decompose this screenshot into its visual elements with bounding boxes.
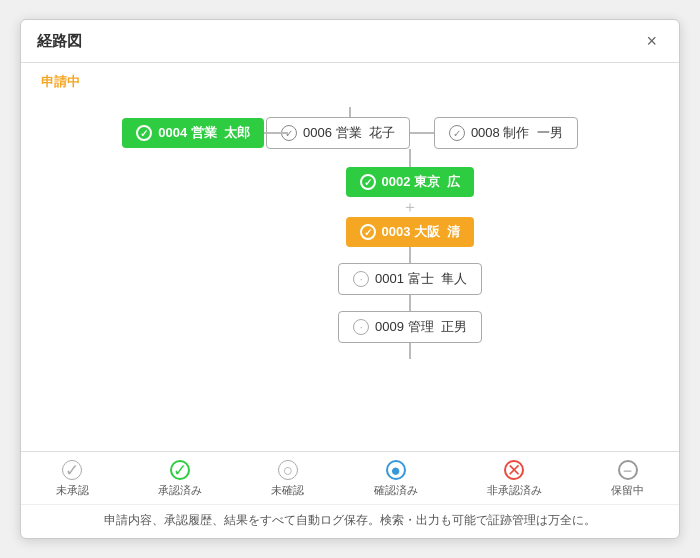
legend-item-approved: ✓ 承認済み [158,460,202,498]
dialog-header: 経路図 × [21,20,679,63]
legend-label-confirmed: 確認済み [374,483,418,498]
rejected-icon: ✕ [504,460,524,480]
node-7-text: 0009 管理 正男 [375,318,467,336]
node-6-row: · 0001 富士 隼人 [338,263,482,295]
node-5-row: ✓ 0003 大阪 清 [346,217,475,247]
node-3-text: 0008 制作 一男 [471,124,563,142]
top-row: ✓ 0004 営業 太郎 ✓ 0006 営業 花子 [122,117,577,149]
dot-icon-7: · [353,319,369,335]
legend-item-pending: － 保留中 [611,460,644,498]
node-4-row: ✓ 0002 東京 広 [346,167,475,197]
legend-label-unconfirmed: 未確認 [271,483,304,498]
check-icon-4: ✓ [360,174,376,190]
connector-plus-1: ＋ [402,199,418,215]
check-icon-1: ✓ [136,125,152,141]
node-1: ✓ 0004 営業 太郎 [122,118,264,148]
status-label: 申請中 [41,73,659,91]
dialog-title: 経路図 [37,32,82,51]
check-icon-5: ✓ [360,224,376,240]
confirmed-icon: ● [386,460,406,480]
node-6-text: 0001 富士 隼人 [375,270,467,288]
check-icon-3: ✓ [449,125,465,141]
legend-item-rejected: ✕ 非承認済み [487,460,542,498]
node-1-text: 0004 営業 太郎 [158,124,250,142]
node-3: ✓ 0008 制作 一男 [434,117,578,149]
legend-label-approved: 承認済み [158,483,202,498]
node-4-text: 0002 東京 広 [382,173,461,191]
footer-text: 申請内容、承認履歴、結果をすべて自動ログ保存。検索・出力も可能で証跡管理は万全に… [21,504,679,538]
dot-icon-6: · [353,271,369,287]
legend-bar: ✓ 未承認 ✓ 承認済み ○ 未確認 ● 確認済み ✕ 非承認済み － 保留中 [21,451,679,504]
unapproved-icon: ✓ [62,460,82,480]
node-7-row: · 0009 管理 正男 [338,311,482,343]
legend-label-rejected: 非承認済み [487,483,542,498]
legend-item-unconfirmed: ○ 未確認 [271,460,304,498]
node-5-text: 0003 大阪 清 [382,223,461,241]
unconfirmed-icon: ○ [278,460,298,480]
pending-icon: － [618,460,638,480]
legend-label-unapproved: 未承認 [56,483,89,498]
legend-item-confirmed: ● 確認済み [374,460,418,498]
dialog: 経路図 × 申請中 ✓ 0004 営業 太郎 [20,19,680,539]
legend-label-pending: 保留中 [611,483,644,498]
node-5: ✓ 0003 大阪 清 [346,217,475,247]
dialog-body: 申請中 ✓ 0004 営業 太郎 [21,63,679,451]
node-7: · 0009 管理 正男 [338,311,482,343]
node-6: · 0001 富士 隼人 [338,263,482,295]
close-button[interactable]: × [640,30,663,52]
node-4: ✓ 0002 東京 広 [346,167,475,197]
legend-item-unapproved: ✓ 未承認 [56,460,89,498]
flow-tree: ✓ 0004 営業 太郎 ✓ 0006 営業 花子 [41,107,659,359]
approved-icon: ✓ [170,460,190,480]
node-2-text: 0006 営業 花子 [303,124,395,142]
